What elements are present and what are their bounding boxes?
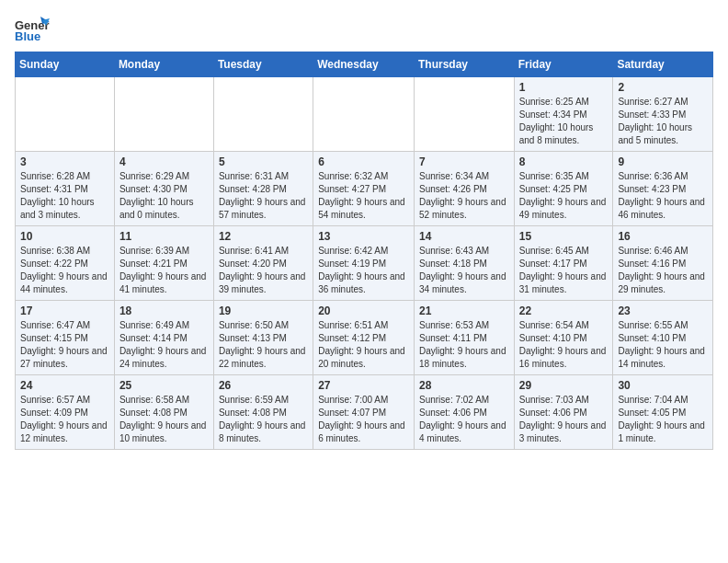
day-info: Sunrise: 6:35 AM Sunset: 4:25 PM Dayligh… [519,170,609,222]
weekday-header: Saturday [613,52,713,77]
calendar-week-row: 10Sunrise: 6:38 AM Sunset: 4:22 PM Dayli… [16,226,713,301]
day-number: 13 [318,230,409,243]
calendar-cell: 4Sunrise: 6:29 AM Sunset: 4:30 PM Daylig… [114,152,213,226]
day-info: Sunrise: 6:55 AM Sunset: 4:10 PM Dayligh… [618,319,708,371]
day-number: 17 [20,304,109,317]
calendar-header-row: SundayMondayTuesdayWednesdayThursdayFrid… [16,52,713,77]
calendar-cell: 28Sunrise: 7:02 AM Sunset: 4:06 PM Dayli… [414,375,514,450]
day-info: Sunrise: 6:49 AM Sunset: 4:14 PM Dayligh… [119,319,209,371]
calendar-cell: 26Sunrise: 6:59 AM Sunset: 4:08 PM Dayli… [213,375,313,450]
calendar-cell [114,77,213,152]
day-info: Sunrise: 6:43 AM Sunset: 4:18 PM Dayligh… [419,245,509,296]
calendar-cell: 2Sunrise: 6:27 AM Sunset: 4:33 PM Daylig… [613,77,713,152]
calendar-cell: 11Sunrise: 6:39 AM Sunset: 4:21 PM Dayli… [114,226,213,301]
day-info: Sunrise: 6:34 AM Sunset: 4:26 PM Dayligh… [419,170,509,222]
calendar-cell [213,77,313,152]
calendar-cell: 9Sunrise: 6:36 AM Sunset: 4:23 PM Daylig… [613,152,713,226]
day-info: Sunrise: 6:42 AM Sunset: 4:19 PM Dayligh… [318,245,409,296]
calendar-cell: 20Sunrise: 6:51 AM Sunset: 4:12 PM Dayli… [313,301,415,375]
day-number: 29 [519,379,609,392]
day-info: Sunrise: 6:57 AM Sunset: 4:09 PM Dayligh… [20,394,109,445]
day-info: Sunrise: 6:38 AM Sunset: 4:22 PM Dayligh… [20,245,109,296]
page-header: General Blue [15,15,713,44]
day-number: 7 [419,155,509,168]
day-info: Sunrise: 7:02 AM Sunset: 4:06 PM Dayligh… [419,394,509,445]
day-info: Sunrise: 6:47 AM Sunset: 4:15 PM Dayligh… [20,319,109,371]
day-info: Sunrise: 6:53 AM Sunset: 4:11 PM Dayligh… [419,319,509,371]
calendar-cell: 15Sunrise: 6:45 AM Sunset: 4:17 PM Dayli… [514,226,613,301]
day-info: Sunrise: 6:28 AM Sunset: 4:31 PM Dayligh… [20,170,109,222]
day-info: Sunrise: 6:29 AM Sunset: 4:30 PM Dayligh… [119,170,209,222]
day-number: 4 [119,155,209,168]
calendar-cell: 13Sunrise: 6:42 AM Sunset: 4:19 PM Dayli… [313,226,415,301]
calendar-table: SundayMondayTuesdayWednesdayThursdayFrid… [15,52,713,450]
day-number: 22 [519,304,609,317]
calendar-cell: 3Sunrise: 6:28 AM Sunset: 4:31 PM Daylig… [16,152,115,226]
day-info: Sunrise: 6:27 AM Sunset: 4:33 PM Dayligh… [618,96,708,147]
day-number: 19 [219,304,308,317]
calendar-cell: 30Sunrise: 7:04 AM Sunset: 4:05 PM Dayli… [613,375,713,450]
weekday-header: Wednesday [313,52,415,77]
calendar-cell: 23Sunrise: 6:55 AM Sunset: 4:10 PM Dayli… [613,301,713,375]
calendar-cell: 19Sunrise: 6:50 AM Sunset: 4:13 PM Dayli… [213,301,313,375]
weekday-header: Sunday [16,52,115,77]
calendar-cell: 8Sunrise: 6:35 AM Sunset: 4:25 PM Daylig… [514,152,613,226]
day-info: Sunrise: 6:54 AM Sunset: 4:10 PM Dayligh… [519,319,609,371]
day-number: 6 [318,155,409,168]
day-info: Sunrise: 6:31 AM Sunset: 4:28 PM Dayligh… [219,170,308,222]
day-number: 15 [519,230,609,243]
calendar-cell: 21Sunrise: 6:53 AM Sunset: 4:11 PM Dayli… [414,301,514,375]
day-number: 21 [419,304,509,317]
day-info: Sunrise: 7:03 AM Sunset: 4:06 PM Dayligh… [519,394,609,445]
day-number: 27 [318,379,409,392]
day-info: Sunrise: 6:46 AM Sunset: 4:16 PM Dayligh… [618,245,708,296]
logo-icon: General Blue [15,15,50,44]
day-number: 9 [618,155,708,168]
day-number: 26 [219,379,308,392]
calendar-cell: 29Sunrise: 7:03 AM Sunset: 4:06 PM Dayli… [514,375,613,450]
weekday-header: Tuesday [213,52,313,77]
day-number: 20 [318,304,409,317]
day-number: 14 [419,230,509,243]
day-info: Sunrise: 7:00 AM Sunset: 4:07 PM Dayligh… [318,394,409,445]
day-info: Sunrise: 6:58 AM Sunset: 4:08 PM Dayligh… [119,394,209,445]
calendar-cell: 25Sunrise: 6:58 AM Sunset: 4:08 PM Dayli… [114,375,213,450]
day-number: 8 [519,155,609,168]
day-info: Sunrise: 6:50 AM Sunset: 4:13 PM Dayligh… [219,319,308,371]
calendar-cell [414,77,514,152]
calendar-week-row: 17Sunrise: 6:47 AM Sunset: 4:15 PM Dayli… [16,301,713,375]
calendar-cell: 7Sunrise: 6:34 AM Sunset: 4:26 PM Daylig… [414,152,514,226]
calendar-week-row: 1Sunrise: 6:25 AM Sunset: 4:34 PM Daylig… [16,77,713,152]
logo: General Blue [15,15,50,44]
calendar-cell: 27Sunrise: 7:00 AM Sunset: 4:07 PM Dayli… [313,375,415,450]
calendar-cell: 12Sunrise: 6:41 AM Sunset: 4:20 PM Dayli… [213,226,313,301]
calendar-cell [16,77,115,152]
calendar-cell [313,77,415,152]
day-info: Sunrise: 6:39 AM Sunset: 4:21 PM Dayligh… [119,245,209,296]
calendar-cell: 16Sunrise: 6:46 AM Sunset: 4:16 PM Dayli… [613,226,713,301]
svg-text:Blue: Blue [15,29,40,43]
day-number: 5 [219,155,308,168]
calendar-cell: 22Sunrise: 6:54 AM Sunset: 4:10 PM Dayli… [514,301,613,375]
day-info: Sunrise: 6:51 AM Sunset: 4:12 PM Dayligh… [318,319,409,371]
calendar-cell: 6Sunrise: 6:32 AM Sunset: 4:27 PM Daylig… [313,152,415,226]
calendar-week-row: 24Sunrise: 6:57 AM Sunset: 4:09 PM Dayli… [16,375,713,450]
weekday-header: Thursday [414,52,514,77]
day-number: 1 [519,81,609,94]
day-number: 3 [20,155,109,168]
day-info: Sunrise: 7:04 AM Sunset: 4:05 PM Dayligh… [618,394,708,445]
day-info: Sunrise: 6:25 AM Sunset: 4:34 PM Dayligh… [519,96,609,147]
day-number: 2 [618,81,708,94]
day-number: 23 [618,304,708,317]
day-info: Sunrise: 6:45 AM Sunset: 4:17 PM Dayligh… [519,245,609,296]
day-number: 28 [419,379,509,392]
calendar-cell: 18Sunrise: 6:49 AM Sunset: 4:14 PM Dayli… [114,301,213,375]
day-number: 24 [20,379,109,392]
calendar-cell: 10Sunrise: 6:38 AM Sunset: 4:22 PM Dayli… [16,226,115,301]
day-info: Sunrise: 6:41 AM Sunset: 4:20 PM Dayligh… [219,245,308,296]
calendar-cell: 17Sunrise: 6:47 AM Sunset: 4:15 PM Dayli… [16,301,115,375]
day-info: Sunrise: 6:59 AM Sunset: 4:08 PM Dayligh… [219,394,308,445]
day-number: 11 [119,230,209,243]
calendar-cell: 5Sunrise: 6:31 AM Sunset: 4:28 PM Daylig… [213,152,313,226]
day-number: 10 [20,230,109,243]
